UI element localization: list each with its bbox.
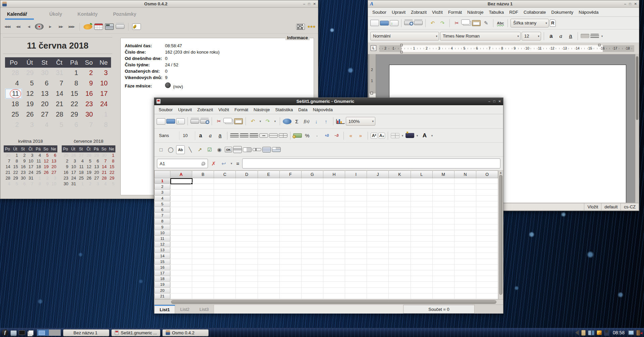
cell-h10[interactable]: [323, 230, 345, 236]
cell-m5[interactable]: [433, 201, 454, 207]
cell-b15[interactable]: [192, 259, 214, 265]
day-note-icon[interactable]: [132, 23, 141, 30]
cell-i5[interactable]: [345, 201, 367, 207]
day-cell[interactable]: 3: [96, 68, 111, 78]
print-icon[interactable]: [116, 24, 124, 29]
cell-a10[interactable]: [170, 230, 192, 236]
day-cell[interactable]: 22: [67, 99, 82, 109]
previous-day-icon[interactable]: ◀: [24, 22, 33, 31]
cell-a20[interactable]: [170, 288, 192, 293]
cell-f11[interactable]: [280, 236, 302, 242]
zoom-combo[interactable]: Šířka strany▾: [511, 19, 549, 27]
cell-a7[interactable]: [170, 213, 192, 218]
top-margin-marker[interactable]: [370, 92, 373, 94]
cell-g20[interactable]: [302, 288, 323, 293]
insert-radio-icon[interactable]: ◉: [215, 145, 224, 154]
day-cell[interactable]: 4: [5, 78, 22, 88]
horizontal-ruler[interactable]: 21123456789101112131415161718: [379, 45, 634, 52]
menu-item-n-stroje[interactable]: Nástroje: [251, 107, 272, 112]
column-header-m[interactable]: M: [433, 171, 454, 178]
menu-item-tabulka[interactable]: Tabulka: [486, 10, 506, 15]
cell-b12[interactable]: [192, 242, 214, 247]
day-cell[interactable]: 8: [11, 158, 19, 164]
cell-n6[interactable]: [454, 207, 476, 213]
cell-e2[interactable]: [258, 184, 280, 190]
cell-d4[interactable]: [236, 196, 258, 201]
cell-g7[interactable]: [302, 213, 323, 218]
cell-m10[interactable]: [433, 230, 454, 236]
cell-i8[interactable]: [345, 218, 367, 224]
menu-item-n-pov-da[interactable]: Nápověda: [310, 107, 335, 112]
cell-l11[interactable]: [411, 236, 433, 242]
menu-item-upravit[interactable]: Upravit: [175, 107, 195, 112]
cell-i1[interactable]: [345, 178, 367, 184]
cell-c17[interactable]: [214, 270, 236, 276]
cell-m15[interactable]: [433, 259, 454, 265]
cell-l16[interactable]: [411, 265, 433, 270]
cell-e16[interactable]: [258, 265, 280, 270]
column-header-a[interactable]: A: [170, 171, 192, 178]
cell-k4[interactable]: [389, 196, 411, 201]
package-icon[interactable]: [597, 330, 602, 335]
select-all-corner[interactable]: [154, 171, 170, 178]
decrease-precision-icon[interactable]: −.0: [332, 131, 341, 140]
cell-d20[interactable]: [236, 288, 258, 293]
cell-c4[interactable]: [214, 196, 236, 201]
day-cell[interactable]: 11: [77, 164, 85, 170]
cell-n13[interactable]: [454, 247, 476, 253]
print-preview-icon[interactable]: [404, 21, 413, 25]
cell-c10[interactable]: [214, 230, 236, 236]
row-header-14[interactable]: 14: [154, 253, 170, 259]
cell-o5[interactable]: [476, 201, 498, 207]
cell-j21[interactable]: [367, 293, 389, 299]
day-cell[interactable]: 9: [42, 181, 50, 187]
cell-k13[interactable]: [389, 247, 411, 253]
align-left-icon[interactable]: [230, 133, 239, 138]
cell-l10[interactable]: [411, 230, 433, 236]
draw-frame-icon[interactable]: Ab: [176, 145, 185, 154]
cell-l5[interactable]: [411, 201, 433, 207]
row-header-8[interactable]: 8: [154, 218, 170, 224]
tab-koly[interactable]: Úkoly: [49, 11, 62, 20]
cell-b16[interactable]: [192, 265, 214, 270]
cell-j5[interactable]: [367, 201, 389, 207]
cell-o1[interactable]: [476, 178, 498, 184]
day-cell[interactable]: 12: [22, 88, 37, 99]
preferences-icon[interactable]: [296, 24, 305, 30]
day-cell[interactable]: 26: [69, 152, 77, 158]
font-size-combo[interactable]: 10: [180, 131, 195, 140]
day-cell[interactable]: 4: [100, 181, 108, 187]
cell-f19[interactable]: [280, 282, 302, 287]
cell-m21[interactable]: [433, 293, 454, 299]
cell-j8[interactable]: [367, 218, 389, 224]
cell-a8[interactable]: [170, 218, 192, 224]
cut-icon[interactable]: ✂: [215, 117, 223, 126]
menu-item-collaborate[interactable]: Collaborate: [521, 10, 549, 15]
day-cell[interactable]: 30: [100, 152, 108, 158]
italic-icon[interactable]: a: [206, 131, 215, 140]
cell-m11[interactable]: [433, 236, 454, 242]
day-cell[interactable]: 2: [85, 181, 93, 187]
cell-l1[interactable]: [411, 178, 433, 184]
day-cell[interactable]: 27: [50, 170, 57, 175]
insert-combo-icon[interactable]: [272, 147, 281, 152]
cell-h14[interactable]: [323, 253, 345, 259]
close-button[interactable]: ✕: [498, 99, 501, 103]
cell-a16[interactable]: [170, 265, 192, 270]
align-left-icon[interactable]: [581, 34, 589, 38]
underline-icon[interactable]: a: [216, 131, 224, 140]
cell-o2[interactable]: [476, 184, 498, 190]
draw-ellipse-icon[interactable]: ◯: [166, 145, 175, 154]
copy-icon[interactable]: [461, 19, 470, 24]
cell-b10[interactable]: [192, 230, 214, 236]
row-header-19[interactable]: 19: [154, 282, 170, 287]
cell-c5[interactable]: [214, 201, 236, 207]
day-cell[interactable]: 5: [11, 181, 19, 187]
align-right-icon[interactable]: [250, 133, 258, 138]
day-cell[interactable]: 28: [4, 175, 11, 181]
sort-descending-icon[interactable]: ↑: [322, 117, 330, 126]
cell-b21[interactable]: [192, 293, 214, 299]
row-header-16[interactable]: 16: [154, 265, 170, 270]
minimize-button[interactable]: –: [303, 2, 305, 6]
day-cell[interactable]: 31: [52, 68, 67, 78]
